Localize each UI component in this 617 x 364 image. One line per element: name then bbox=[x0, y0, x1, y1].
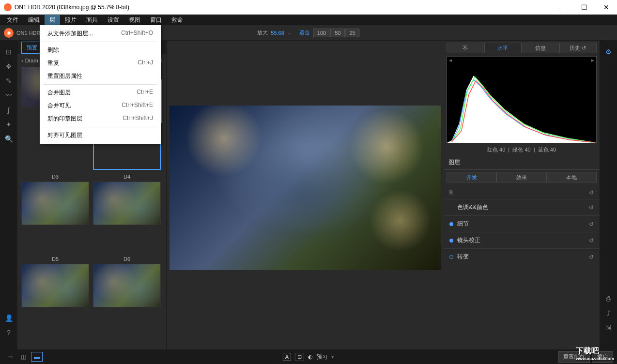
marker-a-icon[interactable]: A bbox=[283, 353, 291, 361]
histogram-clip-right-icon[interactable]: ► bbox=[590, 58, 595, 63]
maximize-button[interactable]: ☐ bbox=[573, 0, 595, 15]
window-title: ON1 HDR 2020 (838kmo.jpg @ 55.7% 8-bit) bbox=[15, 4, 129, 11]
zoom-tool-icon[interactable]: 🔍 bbox=[0, 132, 17, 146]
help-icon[interactable]: ? bbox=[0, 325, 17, 340]
menu-设置[interactable]: 设置 bbox=[103, 15, 124, 25]
adjustment-细节[interactable]: 细节↺ bbox=[444, 215, 600, 232]
zoom-preset-100[interactable]: 100 bbox=[313, 29, 330, 37]
reset-icon[interactable]: ↺ bbox=[589, 254, 594, 260]
menu-视图[interactable]: 视图 bbox=[124, 15, 145, 25]
zoom-dropdown-icon[interactable]: ⌄ bbox=[287, 30, 292, 36]
app-icon bbox=[4, 3, 12, 11]
panel-tab-2[interactable]: 信息 bbox=[522, 43, 559, 53]
zoom-preset-50[interactable]: 50 bbox=[330, 29, 345, 37]
marker-b-icon[interactable]: ⊡ bbox=[295, 353, 304, 361]
adjustment-色调&&颜色[interactable]: 色调&&颜色↺ bbox=[444, 199, 600, 215]
view-single-icon[interactable]: ▭ bbox=[4, 352, 15, 362]
preset-D4[interactable]: D4 bbox=[93, 174, 161, 252]
menu-bar: 文件编辑层照片面具设置视图窗口救命 bbox=[0, 15, 617, 25]
layer-menu-dropdown: 从文件添加图层...Ctrl+Shift+O删除重复Ctrl+J重置图层属性合并… bbox=[40, 25, 161, 144]
panel-tab-1[interactable]: 水平 bbox=[484, 43, 522, 53]
menu-文件[interactable]: 文件 bbox=[2, 15, 23, 25]
menu-item[interactable]: 合并图层Ctrl+E bbox=[40, 86, 161, 99]
main-image bbox=[170, 106, 441, 270]
menu-item[interactable]: 重置图层属性 bbox=[40, 70, 161, 83]
preset-D5[interactable]: D5 bbox=[21, 256, 89, 334]
minimize-button[interactable]: — bbox=[552, 0, 573, 15]
preset-D3[interactable]: D3 bbox=[21, 174, 89, 252]
reset-icon[interactable]: ↺ bbox=[589, 189, 594, 196]
export-icon[interactable]: ⎘ bbox=[449, 189, 453, 196]
preview-button[interactable]: 预习 bbox=[317, 353, 327, 361]
histogram-values: 红色 40 | 绿色 40 | 蓝色 40 bbox=[444, 146, 600, 153]
move-tool-icon[interactable]: ✥ bbox=[0, 59, 17, 74]
heal-tool-icon[interactable]: 〰 bbox=[0, 88, 17, 103]
watermark: 下载吧 www.xiazaiba.com bbox=[576, 346, 614, 361]
preset-D6[interactable]: D6 bbox=[93, 256, 161, 334]
zoom-label: 放大 bbox=[257, 29, 268, 36]
layer-tab-开发[interactable]: 开发 bbox=[447, 172, 496, 182]
menu-item[interactable]: 合并可见Ctrl+Shift+E bbox=[40, 99, 161, 112]
app-name-label: ON1 HDR bbox=[16, 30, 41, 36]
dropdown-icon[interactable]: ▾ bbox=[331, 354, 334, 360]
fit-button[interactable]: 适合 bbox=[299, 29, 310, 36]
svg-marker-0 bbox=[447, 76, 596, 143]
histogram: ◄ ► bbox=[447, 56, 597, 143]
menu-编辑[interactable]: 编辑 bbox=[23, 15, 45, 25]
menu-照片[interactable]: 照片 bbox=[60, 15, 81, 25]
on1-logo-icon: ◉ bbox=[4, 28, 14, 38]
menu-救命[interactable]: 救命 bbox=[167, 15, 188, 25]
back-icon[interactable]: ‹ bbox=[21, 58, 23, 63]
layer-tab-效果[interactable]: 效果 bbox=[496, 172, 546, 182]
right-panel: 不水平信息历史 ↺ ◄ ► 红色 40 | 绿色 40 | 蓝色 40 图层 开… bbox=[444, 41, 600, 364]
panel-tab-0[interactable]: 不 bbox=[447, 43, 484, 53]
reset-icon[interactable]: ↺ bbox=[589, 221, 594, 228]
reset-icon[interactable]: ↺ bbox=[589, 237, 594, 244]
export-icon[interactable]: ⇲ bbox=[600, 320, 617, 335]
view-compare-icon[interactable]: ◫ bbox=[17, 352, 29, 362]
reset-icon[interactable]: ↺ bbox=[589, 204, 594, 211]
crop-tool-icon[interactable]: ⊡ bbox=[0, 45, 17, 59]
user-icon[interactable]: 👤 bbox=[0, 311, 17, 325]
layer-tab-本地[interactable]: 本地 bbox=[547, 172, 597, 182]
print-icon[interactable]: ⎙ bbox=[600, 291, 617, 306]
menu-item[interactable]: 删除 bbox=[40, 44, 161, 57]
canvas-area[interactable] bbox=[167, 41, 444, 364]
histogram-clip-left-icon[interactable]: ◄ bbox=[448, 58, 453, 63]
menu-item[interactable]: 从文件添加图层...Ctrl+Shift+O bbox=[40, 27, 161, 40]
zoom-preset-25[interactable]: 25 bbox=[345, 29, 359, 37]
toggle-icon[interactable]: ◐ bbox=[308, 354, 313, 360]
settings-icon[interactable]: ⚙ bbox=[600, 45, 617, 59]
adjustment-转变[interactable]: 转变↺ bbox=[444, 248, 600, 265]
menu-窗口[interactable]: 窗口 bbox=[145, 15, 167, 25]
sparkle-tool-icon[interactable]: ✦ bbox=[0, 117, 17, 132]
adjustment-镜头校正[interactable]: 镜头校正↺ bbox=[444, 232, 600, 248]
menu-层[interactable]: 层 bbox=[45, 15, 60, 25]
bottom-bar: ▭ ◫ ▬ A ⊡ ◐ 预习 ▾ 重置所有 重启 bbox=[0, 349, 617, 364]
view-split-icon[interactable]: ▬ bbox=[31, 352, 43, 362]
menu-面具[interactable]: 面具 bbox=[81, 15, 103, 25]
layers-title: 图层 bbox=[444, 155, 600, 170]
share-icon[interactable]: ⤴ bbox=[600, 306, 617, 320]
curve-tool-icon[interactable]: ∫ bbox=[0, 103, 17, 117]
brush-tool-icon[interactable]: ✎ bbox=[0, 74, 17, 88]
menu-item[interactable]: 对齐可见图层 bbox=[40, 129, 161, 142]
close-button[interactable]: ✕ bbox=[595, 0, 617, 15]
breadcrumb-label[interactable]: Dram bbox=[25, 58, 38, 63]
menu-item[interactable]: 新的印章图层Ctrl+Shift+J bbox=[40, 112, 161, 125]
right-tool-strip: ⚙ ⎙ ⤴ ⇲ bbox=[600, 41, 617, 364]
left-tool-strip: ⊡ ✥ ✎ 〰 ∫ ✦ 🔍 👤 ? bbox=[0, 41, 17, 364]
zoom-value[interactable]: 55.68 bbox=[271, 30, 284, 36]
window-titlebar: ON1 HDR 2020 (838kmo.jpg @ 55.7% 8-bit) … bbox=[0, 0, 617, 15]
menu-item[interactable]: 重复Ctrl+J bbox=[40, 57, 161, 70]
panel-tab-3[interactable]: 历史 ↺ bbox=[559, 43, 597, 53]
